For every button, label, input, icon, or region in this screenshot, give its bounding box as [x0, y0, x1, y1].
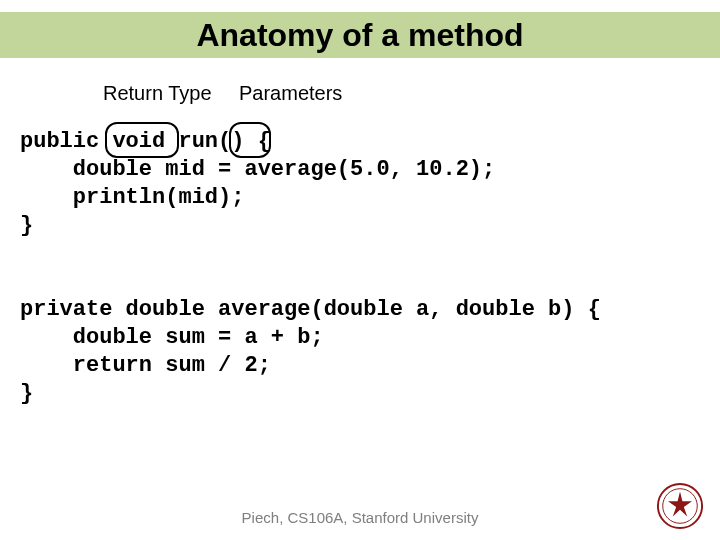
label-return-type: Return Type	[103, 82, 212, 105]
title-bar: Anatomy of a method	[0, 12, 720, 58]
stanford-seal-icon	[656, 482, 704, 530]
label-parameters: Parameters	[239, 82, 342, 105]
code-block: public void run() { double mid = average…	[20, 128, 601, 408]
footer-text: Piech, CS106A, Stanford University	[0, 509, 720, 526]
slide: Anatomy of a method Return Type Paramete…	[0, 0, 720, 540]
page-title: Anatomy of a method	[196, 17, 523, 54]
